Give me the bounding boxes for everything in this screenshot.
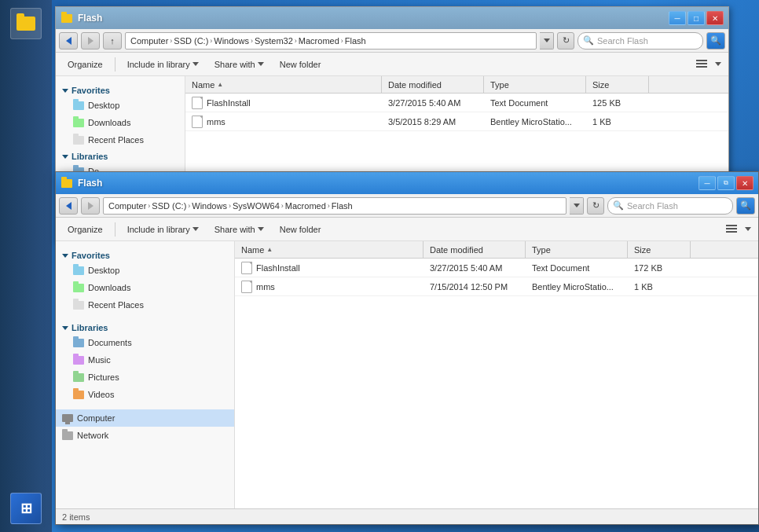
window2-sidebar-network[interactable]: Network — [56, 427, 234, 444]
window1-sidebar-recent[interactable]: Recent Places — [56, 131, 185, 149]
svg-rect-1 — [696, 63, 707, 64]
window2-search-btn[interactable]: 🔍 — [736, 197, 755, 215]
window2-path-arrow[interactable] — [570, 197, 584, 215]
taskbar: ⊞ — [0, 0, 52, 532]
window2-col-size-header[interactable]: Size — [628, 241, 691, 258]
svg-rect-0 — [696, 60, 707, 61]
window2-status-text: 2 items — [62, 512, 90, 522]
file-icon-0 — [192, 97, 203, 109]
window1-file-row-1[interactable]: mms 3/5/2015 8:29 AM Bentley MicroStatio… — [185, 112, 728, 131]
window2-search-box[interactable]: 🔍 Search Flash — [607, 197, 733, 215]
window2-sidebar-music[interactable]: Music — [56, 351, 234, 369]
window2-libraries-section[interactable]: Libraries — [56, 320, 234, 334]
window1-forward-btn[interactable] — [81, 32, 100, 50]
window1-libraries-section[interactable]: Libraries — [56, 149, 185, 163]
window2-toolbar: Organize Include in library Share with N… — [56, 218, 758, 241]
window2-search-placeholder: Search Flash — [627, 201, 678, 211]
window2-col-type-header[interactable]: Type — [526, 241, 628, 258]
window2-sidebar-recent[interactable]: Recent Places — [56, 296, 234, 314]
window2-file-name-1: mms — [235, 281, 424, 293]
window1-view-list-btn[interactable] — [692, 56, 711, 73]
window1-col-name-header[interactable]: Name ▲ — [185, 76, 382, 93]
window2-file-type-0: Text Document — [526, 263, 628, 273]
window2-restore-btn[interactable]: ⧉ — [717, 176, 735, 190]
window2-file-size-0: 172 KB — [628, 263, 691, 273]
window2-sidebar: Favorites Desktop Downloads Recent Place… — [56, 241, 235, 508]
list-view-icon — [696, 59, 707, 70]
window1-path[interactable]: Computer › SSD (C:) › Windows › System32… — [125, 32, 537, 50]
taskbar-explorer-btn[interactable] — [10, 8, 42, 39]
window2-col-date-header[interactable]: Date modified — [424, 241, 526, 258]
window1-col-size-header[interactable]: Size — [586, 76, 649, 93]
window1-file-row-0[interactable]: FlashInstall 3/27/2015 5:40 AM Text Docu… — [185, 94, 728, 112]
window2-status-bar: 2 items — [56, 508, 758, 524]
window2-sidebar-pictures[interactable]: Pictures — [56, 369, 234, 386]
svg-rect-4 — [726, 228, 737, 229]
window2-controls: ─ ⧉ ✕ — [698, 176, 754, 190]
window1-path-arrow[interactable] — [540, 32, 554, 50]
window1-search-btn[interactable]: 🔍 — [706, 32, 725, 50]
window1-search-placeholder: Search Flash — [597, 36, 648, 46]
window2-sidebar-computer[interactable]: Computer — [56, 409, 234, 427]
window1-include-library-btn[interactable]: Include in library — [120, 56, 206, 73]
file-icon-w2-0 — [241, 262, 252, 274]
window1-sidebar-desktop[interactable]: Desktop — [56, 97, 185, 114]
window1-col-type-header[interactable]: Type — [484, 76, 586, 93]
window2-sidebar-videos[interactable]: Videos — [56, 386, 234, 403]
window1-sidebar-downloads[interactable]: Downloads — [56, 114, 185, 131]
window2-sidebar-downloads[interactable]: Downloads — [56, 279, 234, 296]
window2-sidebar-desktop[interactable]: Desktop — [56, 262, 234, 279]
window2-view-arrow-btn[interactable] — [742, 221, 754, 238]
window1-file-date-1: 3/5/2015 8:29 AM — [382, 117, 484, 127]
window2-forward-btn[interactable] — [81, 197, 100, 215]
window2-sidebar-documents[interactable]: Documents — [56, 334, 234, 351]
window1-minimize-btn[interactable]: ─ — [669, 11, 686, 25]
window2-file-row-1[interactable]: mms 7/15/2014 12:50 PM Bentley MicroStat… — [235, 277, 758, 296]
window2-path[interactable]: Computer › SSD (C:) › Windows › SysWOW64… — [103, 197, 566, 215]
window2-share-with-btn[interactable]: Share with — [207, 221, 271, 238]
window2-refresh-btn[interactable]: ↻ — [587, 197, 604, 215]
window1-new-folder-btn[interactable]: New folder — [273, 56, 328, 73]
window1-file-size-1: 1 KB — [586, 117, 649, 127]
window1-refresh-btn[interactable]: ↻ — [557, 32, 574, 50]
folder-icon — [61, 14, 72, 23]
window2-favorites-section[interactable]: Favorites — [56, 248, 234, 262]
search-icon: 🔍 — [583, 35, 594, 46]
start-icon: ⊞ — [20, 500, 32, 517]
window1-file-name-1: mms — [185, 116, 382, 128]
window2: Flash ─ ⧉ ✕ Computer › SSD (C:) › Window… — [55, 171, 759, 525]
window1-controls: ─ □ ✕ — [669, 11, 724, 25]
window2-view-list-btn[interactable] — [722, 221, 741, 238]
window1-search-box[interactable]: 🔍 Search Flash — [578, 32, 703, 50]
window2-back-btn[interactable] — [59, 197, 78, 215]
window2-title: Flash — [78, 178, 698, 189]
window1-toolbar: Organize Include in library Share with N… — [56, 53, 728, 76]
window1-share-with-btn[interactable]: Share with — [207, 56, 271, 73]
window2-include-library-btn[interactable]: Include in library — [120, 221, 206, 238]
window1-close-btn[interactable]: ✕ — [706, 11, 724, 25]
window1-maximize-btn[interactable]: □ — [688, 11, 705, 25]
window2-file-row-0[interactable]: FlashInstall 3/27/2015 5:40 AM Text Docu… — [235, 259, 758, 277]
svg-rect-5 — [726, 231, 737, 233]
svg-rect-3 — [726, 225, 737, 226]
window1-up-btn[interactable]: ↑ — [103, 32, 122, 50]
window1-col-date-header[interactable]: Date modified — [382, 76, 484, 93]
window2-minimize-btn[interactable]: ─ — [698, 176, 716, 190]
folder-icon-2 — [61, 179, 72, 188]
window2-organize-btn[interactable]: Organize — [60, 221, 110, 238]
window1-view-arrow-btn[interactable] — [713, 56, 724, 73]
window1-organize-btn[interactable]: Organize — [60, 56, 110, 73]
start-button[interactable]: ⊞ — [10, 493, 42, 524]
window2-close-btn[interactable]: ✕ — [736, 176, 754, 190]
window1-title: Flash — [78, 13, 669, 24]
window2-col-name-header[interactable]: Name ▲ — [235, 241, 424, 258]
videos-folder-icon-2 — [73, 391, 84, 399]
network-icon-2 — [62, 431, 73, 440]
window1-favorites-section[interactable]: Favorites — [56, 83, 185, 97]
window1-back-btn[interactable] — [59, 32, 78, 50]
downloads-folder-icon — [73, 119, 84, 127]
window2-file-size-1: 1 KB — [628, 282, 691, 292]
svg-rect-2 — [696, 66, 707, 68]
downloads-folder-icon-2 — [73, 284, 84, 292]
window2-new-folder-btn[interactable]: New folder — [273, 221, 328, 238]
